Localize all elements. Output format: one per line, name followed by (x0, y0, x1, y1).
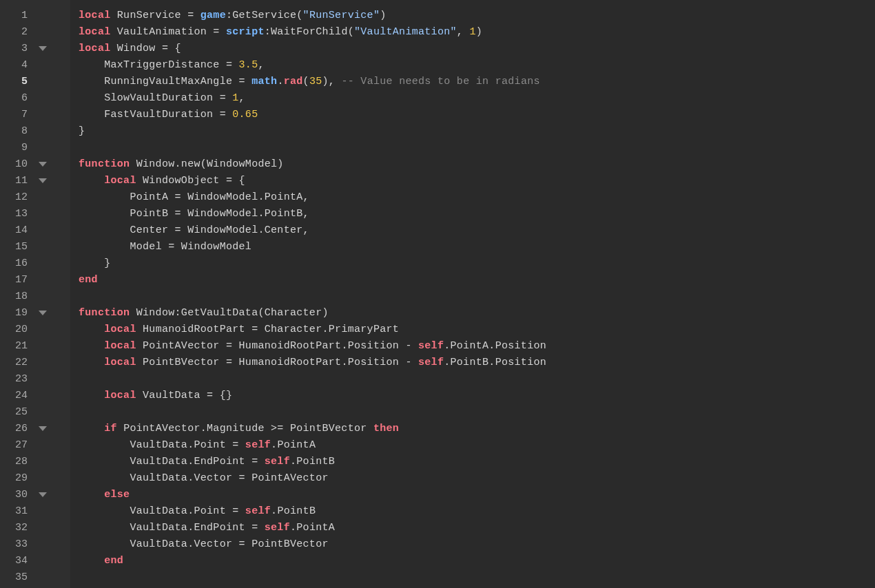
line-number[interactable]: 22 (0, 357, 34, 368)
token-punct: , (258, 59, 264, 71)
line-number[interactable]: 30 (0, 489, 34, 501)
code-editor[interactable]: 1234567891011121314151617181920212223242… (0, 0, 875, 588)
gutter-row: 20 (0, 321, 70, 337)
code-line[interactable]: local VaultAnimation = script:WaitForChi… (79, 23, 875, 40)
gutter-row: 12 (0, 189, 70, 205)
fold-column[interactable] (34, 426, 51, 431)
line-number[interactable]: 10 (0, 158, 34, 170)
line-number[interactable]: 29 (0, 472, 34, 484)
line-number[interactable]: 28 (0, 456, 34, 468)
gutter-row: 1 (0, 7, 70, 23)
token-punct: . (277, 76, 283, 87)
gutter-row: 5 (0, 73, 70, 90)
line-number[interactable]: 21 (0, 340, 34, 352)
gutter-row: 26 (0, 420, 70, 437)
token-ident: PointB (130, 208, 174, 220)
code-line[interactable]: VaultData.Point = self.PointA (79, 437, 875, 453)
line-number[interactable]: 33 (0, 538, 34, 550)
code-line[interactable]: MaxTriggerDistance = 3.5, (79, 56, 875, 73)
code-line[interactable] (79, 139, 875, 156)
code-line[interactable]: PointA = WindowModel.PointA, (79, 189, 875, 205)
line-number[interactable]: 24 (0, 390, 34, 401)
token-punct: :WaitForChild( (265, 26, 354, 38)
gutter-row: 10 (0, 156, 70, 172)
token-punct: = (220, 92, 233, 104)
fold-column[interactable] (34, 178, 51, 183)
code-line[interactable]: RunningVaultMaxAngle = math.rad(35), -- … (79, 73, 875, 90)
line-number[interactable]: 16 (0, 258, 34, 269)
code-line[interactable]: else (79, 486, 875, 503)
code-line[interactable]: local Window = { (79, 40, 875, 56)
fold-column[interactable] (34, 162, 51, 167)
code-line[interactable]: SlowVaultDuration = 1, (79, 90, 875, 106)
line-number[interactable]: 17 (0, 274, 34, 286)
line-number[interactable]: 19 (0, 307, 34, 319)
line-number[interactable]: 31 (0, 505, 34, 517)
fold-arrow-icon[interactable] (39, 426, 47, 431)
line-number[interactable]: 1 (0, 10, 34, 21)
line-number[interactable]: 35 (0, 571, 34, 583)
line-number[interactable]: 34 (0, 555, 34, 567)
code-line[interactable]: local PointAVector = HumanoidRootPart.Po… (79, 337, 875, 354)
code-line[interactable]: PointB = WindowModel.PointB, (79, 205, 875, 222)
code-line[interactable]: local RunService = game:GetService("RunS… (79, 7, 875, 23)
code-line[interactable]: VaultData.Vector = PointAVector (79, 470, 875, 486)
code-line[interactable]: if PointAVector.Magnitude >= PointBVecto… (79, 420, 875, 437)
code-line[interactable]: } (79, 123, 875, 139)
code-line[interactable] (79, 403, 875, 420)
fold-arrow-icon[interactable] (39, 178, 47, 183)
line-number[interactable]: 13 (0, 208, 34, 220)
token-self: self (245, 439, 271, 451)
fold-arrow-icon[interactable] (39, 311, 47, 315)
code-line[interactable]: VaultData.EndPoint = self.PointA (79, 519, 875, 536)
code-line[interactable]: end (79, 271, 875, 288)
line-number[interactable]: 3 (0, 43, 34, 54)
line-number[interactable]: 15 (0, 241, 34, 253)
line-number[interactable]: 23 (0, 373, 34, 385)
line-number[interactable]: 20 (0, 324, 34, 335)
code-line[interactable]: Center = WindowModel.Center, (79, 222, 875, 238)
line-number[interactable]: 6 (0, 92, 34, 104)
fold-arrow-icon[interactable] (39, 46, 47, 51)
code-line[interactable]: Model = WindowModel (79, 238, 875, 255)
fold-column[interactable] (34, 492, 51, 497)
fold-column[interactable] (34, 311, 51, 315)
fold-column[interactable] (34, 46, 51, 51)
code-line[interactable]: local HumanoidRootPart = Character.Prima… (79, 321, 875, 337)
line-number[interactable]: 8 (0, 125, 34, 137)
line-number[interactable]: 12 (0, 191, 34, 203)
code-line[interactable]: local PointBVector = HumanoidRootPart.Po… (79, 354, 875, 370)
gutter-row: 33 (0, 536, 70, 552)
line-number[interactable]: 4 (0, 59, 34, 71)
line-number[interactable]: 32 (0, 522, 34, 534)
line-number[interactable]: 11 (0, 175, 34, 187)
code-line[interactable]: end (79, 552, 875, 569)
line-number[interactable]: 2 (0, 26, 34, 38)
code-line[interactable] (79, 288, 875, 304)
code-line[interactable]: VaultData.EndPoint = self.PointB (79, 453, 875, 470)
line-number[interactable]: 7 (0, 109, 34, 120)
gutter-row: 25 (0, 403, 70, 420)
line-number[interactable]: 26 (0, 423, 34, 434)
code-line[interactable]: local WindowObject = { (79, 172, 875, 189)
code-line[interactable] (79, 370, 875, 387)
token-string: "RunService" (303, 10, 380, 21)
code-line[interactable]: VaultData.Vector = PointBVector (79, 536, 875, 552)
code-line[interactable] (79, 569, 875, 585)
token-punct: = (187, 10, 200, 21)
code-line[interactable]: VaultData.Point = self.PointB (79, 503, 875, 519)
fold-arrow-icon[interactable] (39, 492, 47, 497)
code-area[interactable]: local RunService = game:GetService("RunS… (70, 0, 875, 588)
line-number[interactable]: 5 (0, 76, 34, 87)
line-number[interactable]: 25 (0, 406, 34, 418)
code-line[interactable]: } (79, 255, 875, 271)
fold-arrow-icon[interactable] (39, 162, 47, 167)
line-number[interactable]: 27 (0, 439, 34, 451)
line-number[interactable]: 14 (0, 224, 34, 236)
code-line[interactable]: FastVaultDuration = 0.65 (79, 106, 875, 123)
line-number[interactable]: 18 (0, 291, 34, 302)
line-number[interactable]: 9 (0, 142, 34, 154)
code-line[interactable]: function Window.new(WindowModel) (79, 156, 875, 172)
code-line[interactable]: local VaultData = {} (79, 387, 875, 403)
code-line[interactable]: function Window:GetVaultData(Character) (79, 304, 875, 321)
